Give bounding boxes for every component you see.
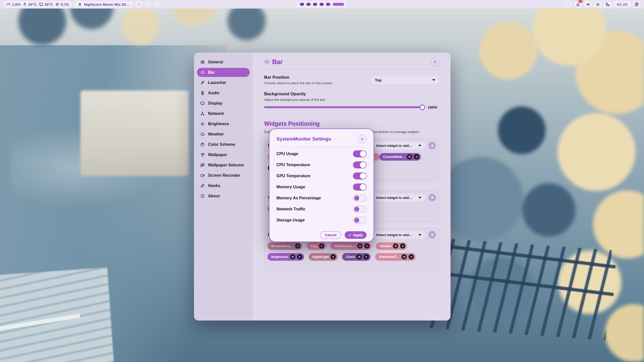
- sidebar-item-wallpaper-selector[interactable]: Wallpaper Selector: [197, 161, 250, 170]
- chevron-down-icon: [432, 79, 435, 81]
- cancel-button[interactable]: Cancel: [320, 231, 341, 239]
- gpu-temp-stat: 38°C: [39, 2, 53, 7]
- remove-icon[interactable]: ×: [364, 254, 369, 259]
- brightness-button[interactable]: [594, 1, 602, 8]
- favorite-button-2[interactable]: ♡: [153, 1, 160, 8]
- widget-chip-notification[interactable]: Notification… ⚙ ×: [331, 242, 372, 250]
- toggle-row-memory-as-percentage: Memory As Percentage: [276, 193, 367, 204]
- bar-position-dropdown[interactable]: Top: [371, 76, 439, 84]
- toggle-label: CPU Usage: [276, 152, 353, 156]
- remove-icon[interactable]: ×: [295, 243, 300, 249]
- chevron-down-icon: [418, 197, 421, 199]
- left-add-widget-button[interactable]: +: [428, 142, 436, 149]
- cpu-temperature-toggle[interactable]: [353, 161, 367, 168]
- background-opacity-row: Background Opacity Adjust the background…: [264, 92, 439, 102]
- center-add-widget-dropdown[interactable]: Select widget to add...: [372, 194, 425, 202]
- sidebar-item-wallpaper[interactable]: Wallpaper: [197, 150, 250, 159]
- notifications-button[interactable]: 10: [574, 1, 582, 8]
- remove-icon[interactable]: ×: [319, 243, 324, 249]
- gear-icon[interactable]: ⚙: [393, 243, 398, 249]
- remove-icon[interactable]: ×: [400, 243, 405, 249]
- speaker-icon: [586, 2, 590, 7]
- pause-icon[interactable]: [78, 3, 82, 6]
- workspace-dot-2[interactable]: [306, 3, 311, 6]
- workspace-dot-active[interactable]: [333, 3, 344, 6]
- workspace-dot-5[interactable]: [326, 3, 330, 6]
- gear-icon[interactable]: ⚙: [356, 254, 362, 259]
- widget-chip-brightness[interactable]: Brightness ⚙ ×: [267, 253, 304, 261]
- network-traffic-toggle[interactable]: [353, 206, 367, 213]
- memory-as-percentage-toggle[interactable]: [353, 195, 367, 202]
- overview-button[interactable]: [633, 1, 641, 8]
- storage-usage-toggle[interactable]: [353, 217, 367, 224]
- skull-icon: ☠: [137, 2, 140, 7]
- toggle-label: Memory Usage: [276, 185, 353, 189]
- sidebar-item-network[interactable]: Network: [197, 109, 250, 118]
- sidebar-item-weather[interactable]: Weather: [197, 130, 250, 139]
- settings-sidebar: General Bar Launcher Audio Display Netwo…: [194, 53, 253, 321]
- monitor-icon: [200, 101, 205, 106]
- cpu-usage-toggle[interactable]: [353, 150, 367, 157]
- gear-icon[interactable]: ⚙: [357, 243, 363, 249]
- sidebar-label: Display: [208, 101, 222, 106]
- sidebar-label: Screen Recorder: [208, 173, 240, 178]
- favorite-button-1[interactable]: ♡: [144, 1, 151, 8]
- remove-icon[interactable]: ×: [409, 254, 414, 259]
- widget-chip-clock[interactable]: Clock ⚙ ×: [342, 253, 371, 261]
- dropdown-placeholder: Select widget to add...: [376, 196, 412, 200]
- memory-usage-toggle[interactable]: [353, 184, 367, 191]
- widget-chip-tray[interactable]: Tray ×: [307, 242, 326, 250]
- gpu-temperature-toggle[interactable]: [353, 172, 367, 179]
- widget-chip[interactable]: CustomButt… ⚙ ×: [379, 153, 421, 161]
- sidebar-item-audio[interactable]: Audio: [197, 88, 250, 98]
- remove-icon[interactable]: ×: [414, 154, 419, 159]
- night-light-button[interactable]: [603, 1, 612, 8]
- workspace-dot-1[interactable]: [300, 3, 304, 6]
- gear-icon[interactable]: ⚙: [401, 254, 407, 259]
- clock-widget[interactable]: 00:28: [614, 1, 631, 8]
- remove-icon[interactable]: ×: [364, 243, 370, 249]
- tray-app-button[interactable]: ✌: [565, 1, 572, 8]
- sidebar-label: Bar: [208, 70, 215, 75]
- gear-icon[interactable]: ⚙: [290, 254, 295, 259]
- sidebar-item-brightness[interactable]: Brightness: [197, 119, 250, 128]
- workspace-dot-4[interactable]: [319, 3, 324, 6]
- background-opacity-label: Background Opacity: [264, 92, 439, 97]
- opacity-slider[interactable]: [264, 106, 424, 108]
- sidebar-item-bar[interactable]: Bar: [197, 68, 250, 77]
- rocket-icon: [200, 80, 205, 85]
- widget-chip-volume[interactable]: Volume ⚙ ×: [376, 242, 407, 250]
- link-icon: [200, 184, 205, 188]
- sidebar-item-screen-recorder[interactable]: Screen Recorder: [197, 171, 250, 180]
- widget-chip-nightlight[interactable]: NightLight ×: [309, 253, 338, 261]
- sidebar-item-display[interactable]: Display: [197, 99, 250, 108]
- sidebar-label: Brightness: [208, 122, 229, 126]
- sidebar-item-general[interactable]: General: [197, 58, 250, 67]
- sidebar-item-launcher[interactable]: Launcher: [197, 78, 250, 87]
- window-close-button[interactable]: [431, 58, 439, 66]
- left-add-widget-dropdown[interactable]: Select widget to add...: [372, 142, 425, 150]
- music-widget[interactable]: Nightcore Music Mix 20…: [75, 1, 133, 8]
- right-add-widget-button[interactable]: +: [428, 231, 436, 239]
- sidebar-item-hooks[interactable]: Hooks: [197, 181, 250, 190]
- paint-roller-icon: [200, 153, 205, 157]
- opacity-slider-handle[interactable]: [420, 105, 425, 110]
- sidebar-item-about[interactable]: About: [197, 192, 250, 201]
- workspace-dot-3[interactable]: [313, 3, 317, 6]
- right-add-widget-dropdown[interactable]: Select widget to add...: [372, 231, 425, 239]
- volume-button[interactable]: [584, 1, 592, 8]
- apply-label: Apply: [353, 233, 363, 237]
- remove-icon[interactable]: ×: [331, 254, 336, 259]
- remove-icon[interactable]: ×: [297, 254, 302, 259]
- center-add-widget-button[interactable]: +: [428, 194, 436, 201]
- apply-button[interactable]: ✓ Apply: [345, 231, 367, 239]
- widget-chip-screenrecorder[interactable]: ScreenReco… ×: [267, 242, 302, 250]
- gear-icon[interactable]: ⚙: [407, 154, 412, 159]
- sidebar-item-color-scheme[interactable]: Color Scheme: [197, 140, 250, 149]
- skull-button[interactable]: ☠: [135, 1, 142, 8]
- system-stats-widget[interactable]: 1.8% 43°C 38°C 9.7G: [3, 1, 72, 8]
- modal-close-button[interactable]: [357, 134, 367, 144]
- widget-chip-sidepanel[interactable]: SidePanelT… ⚙ ×: [375, 253, 416, 261]
- workspace-indicator[interactable]: [297, 1, 347, 8]
- bar-position-description: Choose where to place the bar on the scr…: [264, 81, 371, 85]
